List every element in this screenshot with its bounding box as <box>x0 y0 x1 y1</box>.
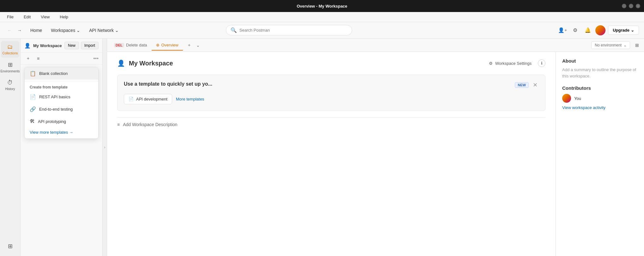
notifications-button[interactable]: 🔔 <box>583 25 593 35</box>
more-options-button[interactable]: ••• <box>93 56 99 61</box>
back-button[interactable]: ← <box>5 26 14 35</box>
tab-overview[interactable]: ⊗ Overview <box>152 40 183 51</box>
settings-button[interactable]: ⚙ <box>570 25 580 35</box>
environment-label: No environment <box>595 43 622 47</box>
template-card: Use a template to quickly set up yo... N… <box>117 75 545 111</box>
filter-button[interactable]: ≡ <box>34 55 42 62</box>
workspaces-chevron-icon: ⌄ <box>76 28 80 33</box>
panel-title: My Workspace <box>33 43 62 48</box>
tabs-dropdown-button[interactable]: ⌄ <box>194 41 202 49</box>
menubar: File Edit View Help <box>0 12 644 22</box>
settings-sliders-icon: ⚙ <box>489 61 493 66</box>
home-link[interactable]: Home <box>28 27 45 34</box>
about-text: Add a summary to outline the purpose of … <box>562 67 638 79</box>
more-icon: ⊞ <box>8 243 13 250</box>
view-activity-link[interactable]: View workspace activity <box>562 105 638 110</box>
api-prototyping-icon: 🛠 <box>30 119 35 124</box>
sidebar-item-more[interactable]: ⊞ <box>1 240 19 252</box>
api-network-chevron-icon: ⌄ <box>115 28 119 33</box>
api-development-icon: 📄 <box>129 97 134 101</box>
menu-edit[interactable]: Edit <box>22 13 33 21</box>
menu-file[interactable]: File <box>5 13 15 21</box>
add-collection-button[interactable]: ＋ <box>24 55 32 62</box>
workspaces-label: Workspaces <box>51 28 75 33</box>
sidebar-label-environments: Environments <box>0 70 20 73</box>
panel-toolbar: ＋ ≡ ••• <box>21 53 102 64</box>
titlebar-title: Overview - My Workspace <box>297 4 347 9</box>
panel-header-actions: New Import <box>64 42 99 49</box>
template-title: Use a template to quickly set up yo... <box>124 81 212 87</box>
end-to-end-label: End-to-end testing <box>39 107 73 112</box>
person-icon: 👤 <box>24 43 31 49</box>
api-development-label: API development <box>136 97 167 101</box>
forward-button[interactable]: → <box>15 26 24 35</box>
titlebar: Overview - My Workspace − □ ✕ <box>0 0 644 12</box>
tab-overview-label: Overview <box>161 43 178 47</box>
add-tab-button[interactable]: ＋ <box>185 41 193 49</box>
end-to-end-testing-item[interactable]: 🔗 End-to-end testing <box>25 103 98 115</box>
sidebar-toggle-button[interactable]: ⊞ <box>633 41 641 50</box>
menu-view[interactable]: View <box>39 13 51 21</box>
minimize-button[interactable]: − <box>622 4 626 8</box>
sidebar-label-collections: Collections <box>3 52 18 55</box>
maximize-button[interactable]: □ <box>629 4 633 8</box>
search-bar[interactable]: 🔍 <box>226 25 352 35</box>
create-from-template-title: Create from template <box>25 82 98 91</box>
panel-collapse-toggle[interactable]: › <box>103 39 107 256</box>
tab-delete-data[interactable]: DEL Delete data <box>110 40 152 51</box>
template-card-header: Use a template to quickly set up yo... N… <box>124 81 539 89</box>
upgrade-label: Upgrade <box>613 28 629 33</box>
blank-collection-item[interactable]: 📋 Blank collection <box>25 67 98 80</box>
menu-help[interactable]: Help <box>58 13 70 21</box>
more-templates-link[interactable]: More templates <box>176 97 204 101</box>
environment-selector[interactable]: No environment ⌄ <box>591 41 630 49</box>
upgrade-button[interactable]: Upgrade ⌄ <box>608 26 639 35</box>
info-button[interactable]: ℹ <box>538 59 545 67</box>
view-more-templates-link[interactable]: View more templates → <box>25 127 98 138</box>
collections-icon: 🗂 <box>7 44 13 50</box>
rest-api-basics-item[interactable]: 📄 REST API basics <box>25 91 98 103</box>
rest-api-icon: 📄 <box>30 94 36 100</box>
api-network-label: API Network <box>89 28 114 33</box>
end-to-end-icon: 🔗 <box>30 106 36 112</box>
invite-button[interactable]: 👤+ <box>557 25 568 35</box>
contributor-avatar <box>562 94 571 103</box>
blank-collection-label: Blank collection <box>39 71 68 76</box>
toolbar-actions: 👤+ ⚙ 🔔 Upgrade ⌄ <box>557 25 639 35</box>
right-panel: About Add a summary to outline the purpo… <box>556 52 644 256</box>
workspace-settings-button[interactable]: ⚙ Workspace Settings <box>489 61 532 66</box>
sidebar: 🗂 Collections ⊞ Environments ⏱ History ⊞ <box>0 39 21 256</box>
template-close-button[interactable]: ✕ <box>531 81 539 89</box>
search-icon: 🔍 <box>231 27 237 33</box>
api-development-action[interactable]: 📄 API development <box>124 94 172 104</box>
search-input[interactable] <box>239 28 347 33</box>
del-tag: DEL <box>114 43 124 47</box>
api-prototyping-item[interactable]: 🛠 API prototyping <box>25 115 98 127</box>
upgrade-chevron-icon: ⌄ <box>631 28 634 33</box>
contributors-title: Contributors <box>562 85 638 91</box>
rest-api-label: REST API basics <box>39 94 70 99</box>
new-badge: NEW <box>515 82 529 88</box>
api-network-dropdown[interactable]: API Network ⌄ <box>87 27 121 34</box>
blank-collection-icon: 📋 <box>30 70 36 76</box>
sidebar-item-history[interactable]: ⏱ History <box>1 77 19 93</box>
close-button[interactable]: ✕ <box>636 4 640 8</box>
sidebar-item-collections[interactable]: 🗂 Collections <box>1 41 19 58</box>
toolbar: ← → Home Workspaces ⌄ API Network ⌄ 🔍 👤+… <box>0 22 644 39</box>
avatar-button[interactable] <box>595 25 605 35</box>
new-button[interactable]: New <box>64 42 79 49</box>
workspaces-dropdown[interactable]: Workspaces ⌄ <box>48 27 83 34</box>
sidebar-label-history: History <box>5 87 15 91</box>
dropdown-menu: 📋 Blank collection Create from template … <box>24 67 99 139</box>
panel-header: 👤 My Workspace New Import <box>21 39 102 53</box>
api-prototyping-label: API prototyping <box>38 119 66 124</box>
sidebar-item-environments[interactable]: ⊞ Environments <box>1 59 19 76</box>
titlebar-controls: − □ ✕ <box>622 4 640 8</box>
contributor-name: You <box>574 96 581 101</box>
main-layout: 🗂 Collections ⊞ Environments ⏱ History ⊞… <box>0 39 644 256</box>
import-button[interactable]: Import <box>81 42 99 49</box>
dropdown-divider <box>25 81 98 81</box>
workspace-header: 👤 My Workspace ⚙ Workspace Settings ℹ <box>117 59 545 67</box>
add-description-button[interactable]: ≡ Add Workspace Description <box>117 117 545 131</box>
template-actions: 📄 API development More templates <box>124 94 539 104</box>
